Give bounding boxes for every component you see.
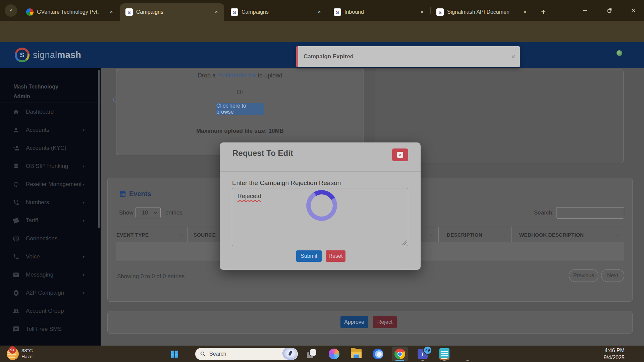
teams-running-indicator (421, 360, 424, 361)
sidebar-item-voice[interactable]: Voice▾ (0, 248, 101, 266)
users-icon (13, 308, 19, 314)
toast-accent-bar (296, 46, 298, 67)
chevron-down-icon: ▾ (83, 273, 85, 277)
sidebar-item-tariff[interactable]: Tariff▾ (0, 212, 101, 230)
tab-close-icon[interactable]: × (522, 9, 528, 15)
weather-temp[interactable]: 33°C (21, 348, 33, 353)
user-plus-icon (13, 145, 19, 152)
tab-api-docs[interactable]: S Signalmash API Documen × (431, 3, 533, 21)
table-summary: Showing 0 to 0 of 0 entries (117, 273, 184, 280)
sidebar-item-ob-sip-trunking[interactable]: OB SIP Trunking▾ (0, 157, 101, 175)
weather-condition[interactable]: Haze (21, 354, 33, 359)
calendar-icon (119, 190, 126, 197)
new-tab-button[interactable]: + (537, 5, 550, 19)
events-search-input[interactable] (556, 207, 624, 219)
rejection-reason-label: Enter the Campaign Rejection Reason (232, 179, 341, 187)
task-view-button[interactable] (307, 349, 317, 359)
reject-button[interactable]: Reject (373, 316, 397, 328)
chrome-active-indicator (395, 360, 404, 361)
sidebar-item-accounts[interactable]: Accounts▾ (0, 121, 101, 139)
tab-close-icon[interactable]: × (316, 9, 322, 15)
thunderbird-icon[interactable] (373, 349, 383, 359)
sort-icon[interactable]: ↑↓ (503, 232, 506, 237)
next-page-button[interactable]: Next (601, 269, 624, 282)
tab-title: Inbound (344, 9, 416, 15)
tab-close-icon[interactable]: × (108, 9, 114, 15)
sort-icon[interactable]: ↑↓ (179, 232, 183, 237)
toast-campaign-expired[interactable]: Campaign Expired × (296, 46, 520, 67)
tab-inbound[interactable]: S Inbound × (328, 3, 430, 21)
events-title: Events (129, 190, 151, 198)
reset-button[interactable]: Reset (326, 250, 345, 262)
start-button[interactable] (171, 351, 178, 358)
chevron-down-icon: ▾ (83, 255, 85, 259)
brand[interactable]: S signalmash (15, 48, 81, 62)
sidebar-item-reseller-management[interactable]: Reseller Management▾ (0, 175, 101, 193)
file-explorer-icon[interactable] (351, 349, 362, 359)
page-size-select[interactable]: 10 (136, 207, 161, 218)
caret-down-icon: ˅ (9, 7, 12, 13)
search-icon (200, 351, 206, 357)
decision-card: Approve Reject (107, 311, 633, 334)
sms-icon (13, 326, 19, 333)
browse-button[interactable]: Click here to browse (216, 103, 264, 115)
search-placeholder: Search (209, 351, 282, 357)
signalmash-favicon-icon: S (231, 8, 238, 16)
modal-close-button[interactable]: × (392, 148, 408, 161)
tab-search-button[interactable]: ˅ (5, 4, 17, 17)
signalmash-favicon-icon: S (334, 8, 341, 16)
window-minimize-button[interactable] (576, 0, 595, 21)
multimedia-file-link[interactable]: multimedia file (217, 72, 256, 79)
header-avatar[interactable] (616, 50, 622, 56)
web-page: S signalmash Campaign › Campaign details… (0, 42, 644, 346)
database-icon (13, 163, 19, 170)
tab-close-icon[interactable]: × (419, 9, 425, 15)
window-close-button[interactable] (624, 0, 643, 21)
sidebar-item-dashboard[interactable]: Dashboard (0, 103, 101, 121)
clock-time: 4:46 PM (594, 347, 625, 354)
sidebar-item-account-group[interactable]: Account Group (0, 302, 101, 320)
org-name: Mash Technology (13, 84, 58, 90)
previous-page-button[interactable]: Previous (569, 269, 598, 282)
copilot-icon[interactable] (329, 349, 339, 359)
column-header-event-type[interactable]: EVENT TYPE↑↓ (116, 227, 187, 242)
brand-light: signal (33, 50, 57, 60)
modal-title: Request To Edit (232, 148, 293, 158)
sort-icon[interactable]: ↑↓ (616, 232, 620, 237)
notification-count-badge: 9+ (9, 346, 16, 354)
phone-icon (13, 253, 19, 260)
chevron-down-icon: ▾ (83, 200, 85, 205)
sort-icon[interactable]: ↑↓ (430, 232, 434, 237)
tab-close-icon[interactable]: × (213, 9, 219, 15)
toast-title: Campaign Expired (304, 53, 511, 60)
taskbar: 9+ 33°C Haze Search T 49 (0, 346, 644, 362)
column-header-webhook-description[interactable]: WEBHOOK DESCRIPTION↑↓ (511, 227, 624, 242)
notepad-running-indicator (443, 360, 446, 361)
taskbar-clock[interactable]: 4:46 PM 9/4/2025 (594, 347, 625, 361)
browser-toolbar: signalmash.gventure.info/#/new-campaign/… (0, 21, 644, 42)
plus-icon: + (541, 7, 546, 16)
submit-button[interactable]: Submit (296, 250, 322, 262)
sidebar-item-connections[interactable]: Connections (0, 230, 101, 248)
taskbar-search[interactable]: Search (195, 348, 298, 360)
tab-gventure[interactable]: GVenture Technology Pvt. × (21, 3, 119, 21)
approve-button[interactable]: Approve (340, 316, 368, 328)
sidebar-item-numbers[interactable]: Numbers▾ (0, 193, 101, 212)
home-icon (13, 109, 19, 115)
sidebar-item-accounts-kyc[interactable]: Accounts (KYC) (0, 139, 101, 157)
chrome-active-plate[interactable] (392, 347, 408, 361)
sidebar-item-a2p-campaign[interactable]: A2P Campaign▾ (0, 284, 101, 302)
notepad-icon[interactable] (439, 348, 449, 360)
sidebar-item-toll-free-sms[interactable]: Toll Free SMS (0, 320, 101, 338)
or-label: Or (116, 89, 364, 96)
modal-divider (220, 171, 421, 172)
max-size-label: Maximum upload file size: 10MB (116, 128, 364, 134)
toast-close-icon[interactable]: × (511, 53, 515, 61)
sidebar-item-messaging[interactable]: Messaging▾ (0, 266, 101, 284)
dolphin-running-indicator (466, 360, 469, 361)
column-header-description[interactable]: DESCRIPTION↑↓ (438, 227, 511, 242)
tab-campaigns-2[interactable]: S Campaigns × (225, 3, 327, 21)
drop-instruction: Drop a multimedia file to upload (116, 72, 364, 79)
window-restore-button[interactable] (600, 0, 620, 21)
tab-campaigns-active[interactable]: S Campaigns × (120, 3, 224, 21)
